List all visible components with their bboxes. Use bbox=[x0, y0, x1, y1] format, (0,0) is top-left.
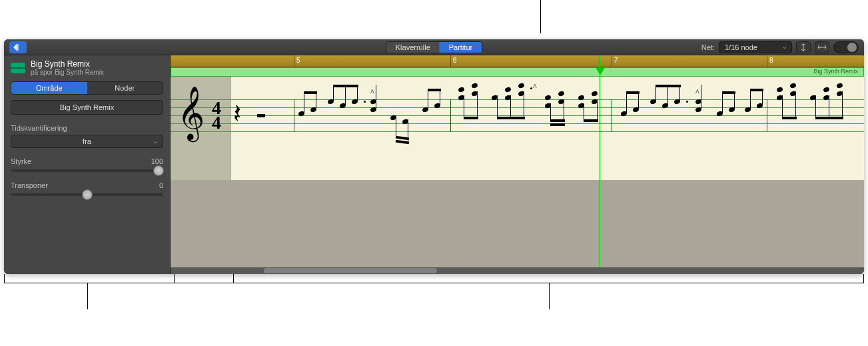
callout-tick-mid1 bbox=[174, 274, 175, 283]
callout-line-top bbox=[540, 0, 541, 33]
catch-icon bbox=[13, 43, 23, 51]
region-bar-label: Big Synth Remix bbox=[813, 68, 858, 75]
stem bbox=[497, 95, 498, 118]
time-signature: 44 bbox=[212, 101, 221, 130]
stem bbox=[477, 91, 478, 118]
below-staff-area bbox=[171, 180, 864, 267]
catch-playhead-button[interactable] bbox=[9, 41, 27, 53]
slider-thumb[interactable] bbox=[153, 165, 164, 176]
stem bbox=[524, 91, 524, 118]
callout-underline bbox=[4, 283, 864, 283]
beam bbox=[584, 119, 598, 122]
velocity-group: Styrke 100 bbox=[11, 157, 163, 172]
score-display-area[interactable]: 5 6 7 8 Big Synth Remix bbox=[171, 55, 864, 274]
beam bbox=[333, 85, 358, 87]
stem bbox=[815, 95, 816, 118]
tab-piano-roll[interactable]: Klaverrulle bbox=[386, 42, 440, 53]
playhead-line[interactable] bbox=[600, 55, 600, 267]
beam bbox=[815, 117, 843, 119]
vertical-zoom-button[interactable] bbox=[796, 41, 811, 53]
time-quantize-group: Tidskvantificering fra bbox=[11, 124, 163, 148]
transpose-label: Transponer bbox=[11, 181, 48, 189]
zoom-horizontal-icon bbox=[817, 44, 827, 51]
bar-ruler[interactable]: 5 6 7 8 bbox=[171, 55, 864, 67]
score-editor-window: Klaverrulle Partitur Net: 1/16 node bbox=[4, 39, 864, 274]
stem bbox=[304, 91, 304, 113]
barline bbox=[767, 99, 767, 131]
barline bbox=[612, 99, 612, 131]
barline bbox=[294, 99, 294, 131]
callout-drop-left bbox=[87, 283, 88, 309]
grid-resolution-select[interactable]: 1/16 node bbox=[719, 41, 792, 53]
scrollbar-thumb[interactable] bbox=[264, 268, 437, 273]
inspector-panel: Big Synth Remix på spor Big Synth Remix … bbox=[4, 55, 171, 274]
top-toolbar: Klaverrulle Partitur Net: 1/16 node bbox=[4, 39, 864, 55]
stem bbox=[584, 103, 584, 121]
ruler-mark: 7 bbox=[612, 55, 618, 67]
midi-in-toggle[interactable] bbox=[833, 41, 859, 53]
half-rest-icon bbox=[257, 114, 265, 117]
dot bbox=[530, 87, 532, 89]
inspector-tab-segmented: Område Noder bbox=[11, 81, 163, 95]
region-header: Big Synth Remix på spor Big Synth Remix bbox=[11, 59, 163, 76]
beam bbox=[464, 117, 478, 119]
view-mode-segmented: Klaverrulle Partitur bbox=[386, 41, 482, 53]
beam bbox=[655, 85, 681, 87]
tab-note-params[interactable]: Noder bbox=[87, 82, 163, 94]
stem bbox=[464, 95, 464, 118]
velocity-slider[interactable] bbox=[11, 169, 163, 172]
horizontal-scrollbar[interactable] bbox=[171, 267, 864, 274]
stem bbox=[564, 99, 564, 121]
transpose-value: 0 bbox=[159, 181, 163, 189]
region-subtitle: på spor Big Synth Remix bbox=[31, 69, 104, 76]
stem bbox=[722, 91, 723, 113]
stem bbox=[396, 115, 396, 138]
playhead-marker-icon[interactable] bbox=[596, 67, 605, 75]
beam bbox=[782, 117, 797, 119]
region-name-select[interactable]: Big Synth Remix bbox=[11, 100, 163, 115]
callout-drop-right bbox=[549, 283, 550, 309]
ruler-mark: 8 bbox=[767, 55, 773, 67]
beam bbox=[497, 117, 525, 119]
transpose-slider[interactable] bbox=[11, 193, 163, 196]
callout-tick-mid2 bbox=[233, 274, 234, 283]
stem bbox=[701, 85, 701, 109]
slider-thumb[interactable] bbox=[82, 189, 93, 200]
beam bbox=[304, 91, 317, 94]
beam bbox=[428, 89, 441, 91]
stem bbox=[782, 95, 783, 118]
velocity-value: 100 bbox=[151, 157, 163, 165]
beam bbox=[550, 119, 565, 122]
stem bbox=[829, 95, 829, 118]
right-toolbar-group: Net: 1/16 node bbox=[701, 41, 859, 53]
horizontal-zoom-button[interactable] bbox=[815, 41, 829, 53]
stem bbox=[626, 91, 627, 113]
barline bbox=[450, 99, 451, 131]
time-quantize-label: Tidskvantificering bbox=[11, 124, 163, 132]
tab-score[interactable]: Partitur bbox=[440, 42, 482, 53]
stem bbox=[597, 99, 598, 121]
ruler-mark: 6 bbox=[450, 55, 457, 67]
accent-mark: ^ bbox=[533, 82, 537, 92]
region-bar[interactable]: Big Synth Remix bbox=[171, 67, 864, 77]
region-title: Big Synth Remix bbox=[31, 59, 104, 69]
stem bbox=[667, 85, 668, 105]
velocity-label: Styrke bbox=[11, 157, 31, 165]
beam bbox=[722, 91, 735, 94]
stem bbox=[510, 95, 511, 118]
tab-region-params[interactable]: Område bbox=[11, 82, 87, 94]
dot bbox=[364, 101, 366, 103]
region-icon bbox=[11, 63, 25, 73]
callout-tick-right bbox=[863, 274, 864, 283]
dot bbox=[686, 101, 688, 103]
net-label: Net: bbox=[701, 43, 715, 51]
beam bbox=[750, 89, 763, 91]
beam bbox=[550, 123, 565, 126]
stem bbox=[428, 89, 428, 109]
ruler-mark: 5 bbox=[294, 55, 300, 67]
time-quantize-select[interactable]: fra bbox=[11, 135, 163, 148]
stem bbox=[842, 91, 843, 118]
stem bbox=[550, 103, 551, 121]
stem bbox=[795, 91, 796, 118]
stem bbox=[376, 85, 376, 109]
